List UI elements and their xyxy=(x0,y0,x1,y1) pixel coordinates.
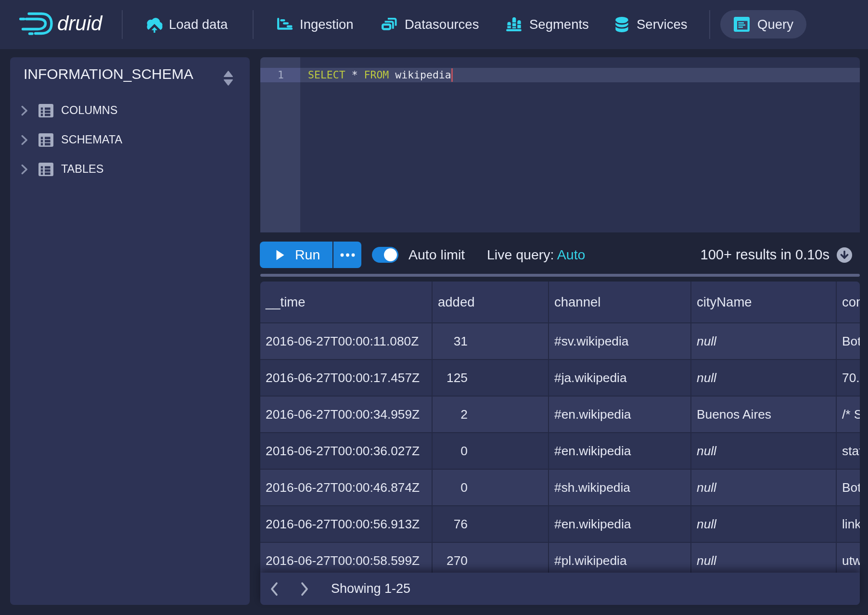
sql-star: * xyxy=(352,69,358,81)
play-icon xyxy=(276,249,285,261)
results-table-body: 2016-06-27T00:00:11.080Z31#sv.wikipedian… xyxy=(260,323,860,579)
nav-item-segments[interactable]: Segments xyxy=(506,0,589,49)
nav-item-datasources[interactable]: Datasources xyxy=(382,0,479,49)
column-header-comment[interactable]: comment xyxy=(837,282,860,323)
nav-item-load-data[interactable]: Load data xyxy=(146,0,228,49)
table-cell[interactable]: 2016-06-27T00:00:56.913Z xyxy=(260,506,433,543)
sql-keyword: FROM xyxy=(364,69,389,81)
nav-item-label: Datasources xyxy=(405,17,479,32)
table-cell[interactable]: 31 xyxy=(433,323,549,360)
editor-code-line[interactable]: SELECT * FROM wikipedia xyxy=(308,68,451,82)
table-cell[interactable]: #en.wikipedia xyxy=(549,433,691,470)
live-query: Live query: Auto xyxy=(487,242,585,268)
live-query-value[interactable]: Auto xyxy=(557,247,586,262)
table-cell[interactable]: null xyxy=(691,323,837,360)
chevron-right-icon[interactable] xyxy=(21,105,28,116)
results-table-header: __timeaddedchannelcityNamecomment xyxy=(260,282,860,323)
table-cell[interactable]: Bot: xyxy=(837,470,860,506)
database-icon xyxy=(614,16,629,33)
double-caret-vertical-icon[interactable] xyxy=(223,70,233,87)
table-cell[interactable]: Buenos Aires xyxy=(691,397,837,433)
table-cell[interactable]: 2 xyxy=(433,397,549,433)
chevron-right-icon[interactable] xyxy=(21,164,28,175)
table-cell[interactable]: 2016-06-27T00:00:34.959Z xyxy=(260,397,433,433)
run-more-button[interactable] xyxy=(333,242,361,268)
table-icon xyxy=(38,163,53,176)
results-table: __timeaddedchannelcityNamecomment 2016-0… xyxy=(260,282,860,579)
column-header-cityName[interactable]: cityName xyxy=(691,282,837,323)
table-cell[interactable]: 70.2 xyxy=(837,360,860,397)
table-cell[interactable]: null xyxy=(691,470,837,506)
table-cell[interactable]: 0 xyxy=(433,433,549,470)
chevron-right-icon[interactable] xyxy=(299,579,310,599)
sql-identifier: wikipedia xyxy=(395,69,451,81)
more-icon xyxy=(340,253,355,257)
table-cell[interactable]: #en.wikipedia xyxy=(549,506,691,543)
table-row: 2016-06-27T00:00:11.080Z31#sv.wikipedian… xyxy=(260,323,860,360)
live-query-label: Live query: xyxy=(487,247,554,262)
tree-item-label: COLUMNS xyxy=(61,104,118,117)
stacked-chart-icon xyxy=(506,17,522,31)
table-row: 2016-06-27T00:00:46.874Z0#sh.wikipedianu… xyxy=(260,470,860,506)
tree-item-label: SCHEMATA xyxy=(61,133,122,146)
nav-item-label: Load data xyxy=(169,17,228,32)
table-icon xyxy=(38,133,53,147)
table-cell[interactable]: /* S xyxy=(837,397,860,433)
table-cell[interactable]: Bots xyxy=(837,323,860,360)
brand-name: druid xyxy=(57,12,102,35)
table-cell[interactable]: null xyxy=(691,360,837,397)
nav-divider xyxy=(253,10,254,39)
cloud-upload-icon xyxy=(146,16,163,33)
table-cell[interactable]: 2016-06-27T00:00:46.874Z xyxy=(260,470,433,506)
table-cell[interactable]: 2016-06-27T00:00:11.080Z xyxy=(260,323,433,360)
auto-limit-label: Auto limit xyxy=(408,242,465,268)
table-cell[interactable]: #en.wikipedia xyxy=(549,397,691,433)
navbar: druid Load data xyxy=(0,0,868,49)
table-cell[interactable]: #sv.wikipedia xyxy=(549,323,691,360)
table-cell[interactable]: 125 xyxy=(433,360,549,397)
chevron-left-icon[interactable] xyxy=(268,579,280,599)
table-row: 2016-06-27T00:00:36.027Z0#en.wikipedianu… xyxy=(260,433,860,470)
tree-item-label: TABLES xyxy=(61,163,103,176)
run-button[interactable]: Run xyxy=(260,242,332,268)
chevron-right-icon[interactable] xyxy=(21,135,28,145)
nav-item-query[interactable]: Query xyxy=(720,10,806,38)
nav-item-label: Ingestion xyxy=(300,17,354,32)
table-cell[interactable]: stat xyxy=(837,433,860,470)
table-cell[interactable]: link xyxy=(837,506,860,543)
tree-item-columns[interactable]: COLUMNS xyxy=(10,96,250,125)
editor-cursor xyxy=(451,68,453,82)
nav-item-label: Query xyxy=(757,17,793,32)
column-header-channel[interactable]: channel xyxy=(549,282,691,323)
query-results: __timeaddedchannelcityNamecomment 2016-0… xyxy=(260,282,860,605)
schema-tree: COLUMNS SCHEMATA xyxy=(10,96,250,184)
table-cell[interactable]: 76 xyxy=(433,506,549,543)
editor-line-number: 1 xyxy=(260,68,284,82)
run-button-label: Run xyxy=(295,247,320,263)
nav-divider xyxy=(122,10,123,39)
column-header-__time[interactable]: __time xyxy=(260,282,433,323)
nav-item-label: Services xyxy=(637,17,687,32)
nav-item-ingestion[interactable]: Ingestion xyxy=(277,0,354,49)
nav-item-services[interactable]: Services xyxy=(614,0,687,49)
auto-limit-toggle[interactable] xyxy=(372,247,398,263)
column-header-added[interactable]: added xyxy=(433,282,549,323)
table-cell[interactable]: null xyxy=(691,433,837,470)
gantt-chart-icon xyxy=(277,18,293,30)
pagination-label: Showing 1-25 xyxy=(331,573,410,605)
sql-editor[interactable]: 1 SELECT * FROM wikipedia xyxy=(260,57,860,232)
table-cell[interactable]: null xyxy=(691,506,837,543)
schema-sidebar: INFORMATION_SCHEMA COLUMNS xyxy=(10,57,250,605)
druid-console: druid Load data xyxy=(0,0,868,615)
download-icon[interactable] xyxy=(837,247,852,263)
table-cell[interactable]: #sh.wikipedia xyxy=(549,470,691,506)
druid-logo[interactable]: druid xyxy=(19,8,115,41)
results-hscrollbar[interactable] xyxy=(260,274,860,277)
table-cell[interactable]: #ja.wikipedia xyxy=(549,360,691,397)
schema-title: INFORMATION_SCHEMA xyxy=(24,66,193,82)
tree-item-schemata[interactable]: SCHEMATA xyxy=(10,125,250,154)
table-cell[interactable]: 2016-06-27T00:00:36.027Z xyxy=(260,433,433,470)
tree-item-tables[interactable]: TABLES xyxy=(10,154,250,184)
table-cell[interactable]: 2016-06-27T00:00:17.457Z xyxy=(260,360,433,397)
table-cell[interactable]: 0 xyxy=(433,470,549,506)
